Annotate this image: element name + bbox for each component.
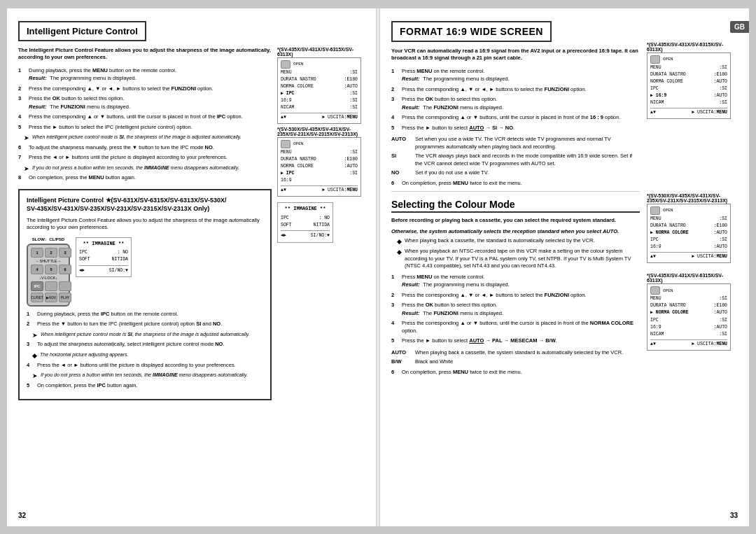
mode-table-169: AUTO Set when you use a wide TV. The VCR… <box>391 136 640 177</box>
sub-intro: The Intelligent Picture Control Feature … <box>27 217 263 232</box>
sub-section: Intelligent Picture Control ★(SV-631X/SV… <box>18 189 272 400</box>
r-osd2-label: *(SV-530X/SV-435X/SV-431X/SV-235X/SV-231… <box>647 193 738 203</box>
c-step-2: 2 Press the corresponding ▲, ▼ or ◄, ► b… <box>391 292 640 300</box>
sub-section-title: Intelligent Picture Control ★(SV-631X/SV… <box>27 196 263 213</box>
sub-step-5: 5 On completion, press the IPC button ag… <box>27 382 263 390</box>
osd2-wrapper: *(SV-530X/SV-435X/SV-431X/SV-235X/SV-231… <box>277 127 365 197</box>
left-steps: 1 During playback, press the MENU button… <box>18 67 272 182</box>
mode-table-colour: AUTO When playing back a cassette, the s… <box>391 349 640 366</box>
step-8: 8 On completion, press the MENU button a… <box>18 174 272 182</box>
osd2-label: *(SV-530X/SV-435X/SV-431X/SV-235X/SV-231… <box>277 127 365 136</box>
sub-step2-note: ➤ When intelligent picture control mode … <box>32 331 263 340</box>
right-steps1: 1 Press MENU on the remote control. Resu… <box>391 68 640 132</box>
right-s1-intro: Your VCR can automatically read a 16:9 s… <box>391 48 640 62</box>
step-2: 2 Press the corresponding ▲, ▼ or ◄, ► b… <box>18 85 272 93</box>
c-step-5: 5 Press the ► button to select AUTO → PA… <box>391 337 640 345</box>
mode-auto: AUTO Set when you use a wide TV. The VCR… <box>391 136 640 150</box>
right-osd-column: *(SV-435X/SV-431X/SV-6315X/SV-6313X) OPE… <box>647 21 738 379</box>
main-screen-immagine: ** IMMAGINE ** IPC: NO SOFTNITIDA ◄► SI/… <box>277 202 333 242</box>
r-osd3-label: *(SV-435X/SV-431X/SV-6315X/SV-6313X) <box>647 273 738 283</box>
step5-note: ➤ When intelligent picture control mode … <box>24 134 272 143</box>
r-step-6: 6 On completion, press MENU twice to exi… <box>391 180 640 188</box>
colour-steps: 1 Press MENU on the remote control. Resu… <box>391 274 640 345</box>
sub-screen-immagine: ** IMMAGINE ** IPC: NO SOFTNITIDA ◄► SI/… <box>76 237 132 277</box>
r-step-1: 1 Press MENU on the remote control. Resu… <box>391 68 640 83</box>
r-osd2-wrapper: *(SV-530X/SV-435X/SV-431X/SV-235X/SV-231… <box>647 193 738 263</box>
mode-si: SI The VCR always plays back and records… <box>391 153 640 167</box>
r-osd1-screen: OPEN MENU:SI DURATA NASTRO:E180 NORMA CO… <box>647 52 731 119</box>
sub-device-area: SLOW↓ CL/PSD 1 2 3 ←SHUTTLE→ 4 <box>27 237 263 307</box>
c-step-6: 6 On completion, press MENU twice to exi… <box>391 369 640 377</box>
left-page-num: 32 <box>18 512 26 519</box>
right-page-num: 33 <box>730 512 738 519</box>
r-osd1-label: *(SV-435X/SV-431X/SV-6315X/SV-6313X) <box>647 42 738 52</box>
step-4: 4 Press the corresponding ▲ or ▼ buttons… <box>18 113 272 121</box>
colour-section: Selecting the Colour Mode Before recordi… <box>391 199 640 376</box>
gb-badge: GB <box>730 21 749 33</box>
left-intro: The Intelligent Picture Control Feature … <box>18 47 272 62</box>
right-section1-title: FORMAT 16:9 WIDE SCREEN <box>391 21 552 42</box>
c-step-1: 1 Press MENU on the remote control. Resu… <box>391 274 640 289</box>
osd1-wrapper: *(SV-435X/SV-431X/SV-6315X/SV-6313X) OPE… <box>277 47 365 124</box>
colour-intro2: Otherwise, the system automatically sele… <box>391 228 640 234</box>
colour-mode-bw: B/W Black and White <box>391 358 640 366</box>
step7-note: ➤ If you do not press a button within te… <box>24 164 272 174</box>
left-section-title: Intelligent Picture Control <box>18 21 146 41</box>
colour-title: Selecting the Colour Mode <box>391 199 640 213</box>
osd1-screen: OPEN MENU:SI DURATA NASTRO:E180 NORMA CO… <box>277 57 361 124</box>
colour-intro1: Before recording or playing back a casse… <box>391 217 640 225</box>
r-osd3-wrapper: *(SV-435X/SV-431X/SV-6315X/SV-6313X) OPE… <box>647 273 738 350</box>
sub-step-1: 1 During playback, press the IPC button … <box>27 311 263 318</box>
bullet-2: ◆ When you playback an NTSC-recorded tap… <box>397 248 640 270</box>
c-step-4: 4 Press the corresponding ▲ or ▼ buttons… <box>391 320 640 335</box>
sub-step4-note: ➤ If you do not press a button within te… <box>32 372 263 381</box>
step-1: 1 During playback, press the MENU button… <box>18 67 272 83</box>
step-3: 3 Press the OK button to select this opt… <box>18 95 272 111</box>
step-5: 5 Press the ► button to select the IPC (… <box>18 124 272 132</box>
sub-step-3: 3 To adjust the sharpness automatically,… <box>27 341 263 349</box>
mode-no: NO Set if you do not use a wide TV. <box>391 169 640 177</box>
sub-step-2: 2 Press the ▼ button to turn the IPC (in… <box>27 321 263 328</box>
bullet-1: ◆ When playing back a cassette, the stan… <box>397 237 640 246</box>
r-step-2: 2 Press the corresponding ▲, ▼ or ◄, ► b… <box>391 86 640 94</box>
osd1-label: *(SV-435X/SV-431X/SV-6315X/SV-6313X) <box>277 47 365 57</box>
sub-steps: 1 During playback, press the IPC button … <box>27 311 263 389</box>
r-step-3: 3 Press the OK button to select this opt… <box>391 96 640 111</box>
r-step-5: 5 Press the ► button to select AUTO → SI… <box>391 125 640 132</box>
osd2-screen: OPEN MENU:SI DURATA NASTRO:E180 NORMA CO… <box>277 137 361 197</box>
c-step-3: 3 Press the OK button to select this opt… <box>391 302 640 317</box>
sub-step3-note: ◆ The horizontal picture adjusting appea… <box>32 351 263 360</box>
sub-step-4: 4 Press the ◄ or ► buttons until the pic… <box>27 362 263 370</box>
step-6: 6 To adjust the sharpness manually, pres… <box>18 144 272 152</box>
left-osd-column: *(SV-435X/SV-431X/SV-6315X/SV-6313X) OPE… <box>277 47 365 401</box>
left-page: Intelligent Picture Control The Intellig… <box>7 8 377 526</box>
step-7: 7 Press the ◄ or ► buttons until the pic… <box>18 154 272 162</box>
divider1 <box>391 191 640 192</box>
bullet-list: ◆ When playing back a cassette, the stan… <box>397 237 640 270</box>
r-step-4: 4 Press the corresponding ▲ or ▼ buttons… <box>391 114 640 122</box>
right-page: GB FORMAT 16:9 WIDE SCREEN Your VCR can … <box>379 8 749 526</box>
r-osd3-screen: OPEN MENU:SI DURATA NASTRO:E180 ▶ NORMA … <box>647 283 731 350</box>
colour-mode-auto: AUTO When playing back a cassette, the s… <box>391 349 640 357</box>
r-osd1-wrapper: *(SV-435X/SV-431X/SV-6315X/SV-6313X) OPE… <box>647 42 738 119</box>
r-osd2-screen: OPEN MENU:SI DURATA NASTRO:E180 ▶ NORMA … <box>647 204 731 263</box>
